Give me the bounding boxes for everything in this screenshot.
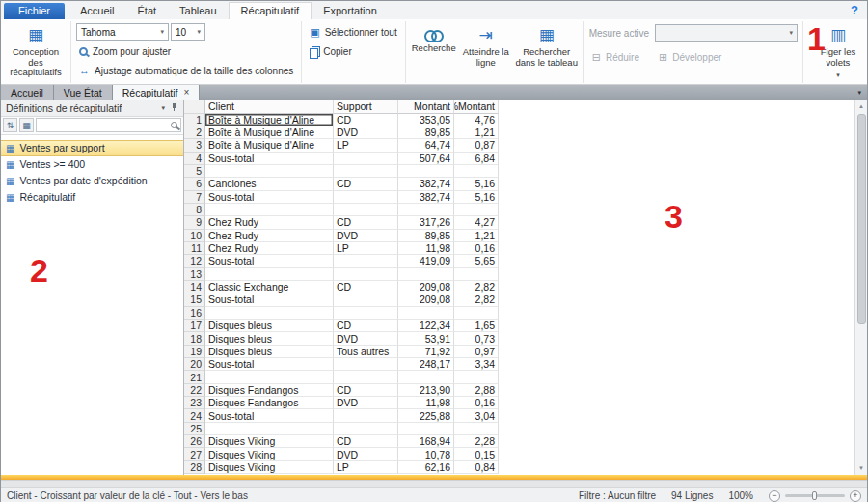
expand-button[interactable]: ⊞ Développer [656, 48, 724, 66]
table-cell[interactable] [398, 423, 454, 435]
table-cell[interactable]: 0,16 [454, 242, 499, 255]
table-cell[interactable]: CD [334, 320, 398, 332]
zoom-fit-button[interactable]: Zoom pour ajuster [76, 42, 296, 60]
table-cell[interactable]: CD [334, 114, 398, 126]
table-cell[interactable]: Boîte à Musique d'Aline [205, 139, 334, 152]
row-number-cell[interactable]: 28 [184, 461, 205, 474]
table-cell[interactable]: Disques Viking [205, 461, 334, 474]
table-cell[interactable]: Chez Rudy [205, 242, 334, 255]
ribbon-tab-accueil[interactable]: Accueil [68, 3, 125, 19]
table-cell[interactable]: Sous-total [205, 255, 334, 267]
table-cell[interactable]: 3,04 [454, 409, 499, 422]
table-cell[interactable]: Boîte à Musique d'Aline [205, 126, 334, 139]
table-cell[interactable]: 71,92 [398, 346, 454, 358]
table-cell[interactable] [454, 165, 499, 178]
table-cell[interactable] [205, 307, 334, 320]
table-cell[interactable]: 3,34 [454, 358, 499, 371]
scrollbar-thumb[interactable] [857, 114, 866, 324]
row-number-cell[interactable]: 24 [184, 409, 205, 422]
table-cell[interactable]: 1,21 [454, 126, 499, 139]
summary-design-button[interactable]: ▦ Conception des récapitulatifs [6, 23, 66, 78]
table-cell[interactable]: 5,16 [454, 178, 499, 190]
row-number-cell[interactable]: 26 [184, 435, 205, 448]
row-number-cell[interactable]: 4 [184, 153, 205, 165]
table-cell[interactable]: Disques bleus [205, 332, 334, 345]
table-cell[interactable] [454, 371, 499, 383]
doc-tab-récapitulatif[interactable]: Récapitulatif× [113, 85, 201, 100]
table-cell[interactable] [334, 409, 398, 422]
font-name-select[interactable]: Tahoma ▾ [76, 23, 169, 41]
doc-tab-accueil[interactable]: Accueil [1, 85, 54, 100]
close-icon[interactable]: × [184, 88, 190, 98]
table-cell[interactable] [334, 293, 398, 306]
row-number-cell[interactable]: 22 [184, 384, 205, 397]
table-cell[interactable] [205, 371, 334, 383]
table-cell[interactable]: Disques Fandangos [205, 397, 334, 409]
active-measure-select[interactable]: ▾ [655, 24, 798, 42]
table-cell[interactable]: 353,05 [398, 114, 454, 126]
row-number-cell[interactable]: 2 [184, 126, 205, 139]
row-number-cell[interactable]: 18 [184, 332, 205, 345]
table-cell[interactable] [334, 358, 398, 371]
zoom-slider-handle[interactable] [812, 491, 817, 500]
table-cell[interactable]: Sous-total [205, 409, 334, 422]
scroll-up-icon[interactable]: ▲ [855, 100, 867, 113]
table-cell[interactable]: LP [334, 461, 398, 474]
table-cell[interactable]: Disques Fandangos [205, 384, 334, 397]
help-icon[interactable]: ? [842, 3, 867, 19]
row-number-cell[interactable]: 6 [184, 178, 205, 190]
row-number-cell[interactable]: 1 [184, 114, 205, 126]
row-number-cell[interactable]: 13 [184, 268, 205, 281]
table-cell[interactable]: 382,74 [398, 178, 454, 190]
table-cell[interactable]: 507,64 [398, 153, 454, 165]
sort-icon[interactable]: ⇅ [3, 118, 17, 132]
tab-overflow-icon[interactable]: ▾ [852, 85, 867, 100]
table-cell[interactable]: Canciones [205, 178, 334, 190]
chevron-down-icon[interactable]: ▾ [161, 104, 165, 112]
row-number-cell[interactable]: 14 [184, 281, 205, 293]
table-cell[interactable]: 62,16 [398, 461, 454, 474]
table-cell[interactable] [334, 255, 398, 267]
grid-view-icon[interactable]: ▦ [19, 118, 34, 132]
vertical-scrollbar[interactable]: ▲ ▼ [854, 100, 867, 475]
table-cell[interactable]: DVD [334, 126, 398, 139]
table-cell[interactable]: 2,82 [454, 293, 499, 306]
table-cell[interactable]: Sous-total [205, 358, 334, 371]
table-cell[interactable] [454, 423, 499, 435]
table-cell[interactable]: 2,82 [454, 281, 499, 293]
row-number-cell[interactable]: 12 [184, 255, 205, 267]
ribbon-tab-fichier[interactable]: Fichier [4, 3, 65, 19]
table-cell[interactable]: Boîte à Musique d'Aline [205, 114, 334, 126]
table-cell[interactable]: 0,15 [454, 448, 499, 460]
row-number-cell[interactable]: 7 [184, 191, 205, 204]
table-cell[interactable]: Classic Exchange [205, 281, 334, 293]
table-cell[interactable] [334, 307, 398, 320]
table-cell[interactable]: DVD [334, 397, 398, 409]
table-cell[interactable]: CD [334, 216, 398, 229]
table-cell[interactable]: Sous-total [205, 191, 334, 204]
table-cell[interactable]: CD [334, 435, 398, 448]
table-cell[interactable]: Tous autres [334, 346, 398, 358]
table-cell[interactable] [334, 165, 398, 178]
table-cell[interactable]: Sous-total [205, 153, 334, 165]
table-cell[interactable]: 213,90 [398, 384, 454, 397]
table-cell[interactable]: 1,21 [454, 230, 499, 242]
ribbon-tab-exportation[interactable]: Exportation [312, 3, 389, 19]
table-cell[interactable] [334, 423, 398, 435]
row-number-cell[interactable]: 23 [184, 397, 205, 409]
table-cell[interactable]: Disques bleus [205, 320, 334, 332]
table-cell[interactable] [398, 268, 454, 281]
copy-button[interactable]: Copier [307, 42, 399, 60]
summary-definition-item[interactable]: ▦Récapitulatif [1, 189, 183, 206]
autofit-columns-button[interactable]: ↔ Ajustage automatique de la taille des … [76, 62, 296, 79]
font-size-select[interactable]: 10 ▾ [171, 23, 205, 41]
table-cell[interactable]: Disques Viking [205, 435, 334, 448]
summary-definition-item[interactable]: ▦Ventes par date d'expédition [1, 173, 183, 189]
table-cell[interactable]: Sous-total [205, 293, 334, 306]
table-cell[interactable] [454, 268, 499, 281]
table-cell[interactable]: 89,85 [398, 126, 454, 139]
pin-icon[interactable] [171, 103, 178, 112]
table-cell[interactable]: CD [334, 384, 398, 397]
table-cell[interactable]: Chez Rudy [205, 230, 334, 242]
row-number-cell[interactable]: 21 [184, 371, 205, 383]
